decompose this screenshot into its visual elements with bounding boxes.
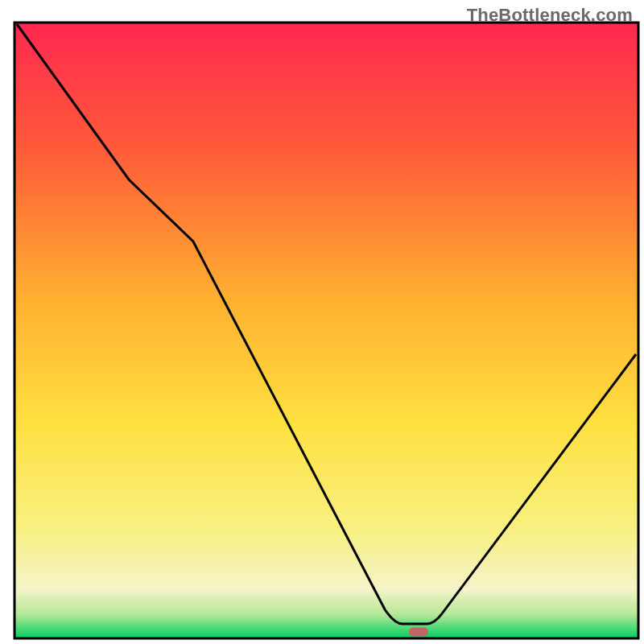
chart-container: TheBottleneck.com [0,0,644,644]
chart-svg [0,0,644,644]
plot-background-gradient [14,23,638,638]
watermark-text: TheBottleneck.com [467,5,633,26]
optimum-marker [409,628,428,637]
